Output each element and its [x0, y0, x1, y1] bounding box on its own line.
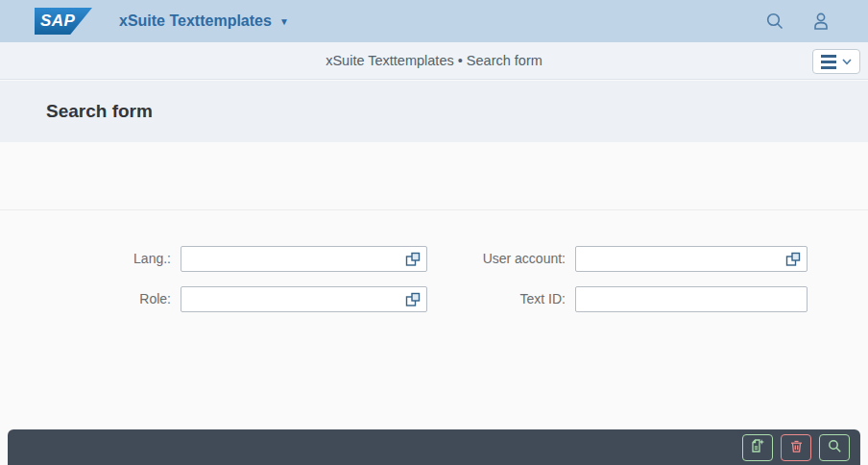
user-account-input[interactable]: [575, 246, 808, 272]
search-icon: [828, 439, 842, 456]
overflow-menu-button[interactable]: [812, 49, 860, 74]
header-spacer-band: [0, 142, 868, 210]
value-help-icon[interactable]: [405, 292, 421, 307]
user-account-label: User account:: [442, 246, 566, 272]
breadcrumb: xSuite Texttemplates • Search form: [326, 53, 542, 68]
page-title: Search form: [46, 101, 153, 122]
shell-actions: [764, 11, 832, 32]
chevron-down-icon: ▼: [279, 16, 289, 27]
trash-icon: [789, 439, 804, 456]
role-label: Role:: [0, 286, 171, 312]
create-template-button[interactable]: [742, 434, 773, 461]
lang-field: [181, 246, 427, 272]
sap-logo-text: SAP: [35, 12, 75, 31]
search-icon[interactable]: [764, 11, 785, 32]
breadcrumb-bar: xSuite Texttemplates • Search form: [0, 42, 868, 80]
text-id-field: [575, 286, 808, 312]
hamburger-icon: [821, 55, 836, 69]
text-id-label: Text ID:: [442, 286, 566, 312]
search-form: Lang.: User account: Role:: [0, 211, 868, 429]
app-title: xSuite Texttemplates: [119, 12, 272, 30]
shell-bar: SAP xSuite Texttemplates ▼: [0, 0, 868, 42]
app-title-menu[interactable]: xSuite Texttemplates ▼: [119, 12, 289, 30]
text-id-input[interactable]: [575, 286, 808, 312]
role-input[interactable]: [181, 286, 427, 312]
user-account-field: [575, 246, 808, 272]
sap-logo[interactable]: SAP: [35, 8, 92, 35]
chevron-down-icon: [842, 59, 852, 65]
role-field: [181, 286, 427, 312]
page-header: Search form: [0, 81, 868, 142]
footer-toolbar: [8, 429, 860, 465]
lang-label: Lang.:: [0, 246, 171, 272]
value-help-icon[interactable]: [405, 252, 421, 267]
search-button[interactable]: [819, 434, 850, 461]
delete-button[interactable]: [781, 434, 811, 461]
lang-input[interactable]: [181, 246, 427, 272]
value-help-icon[interactable]: [785, 252, 801, 267]
document-star-icon: [750, 438, 765, 456]
person-icon[interactable]: [810, 11, 832, 32]
